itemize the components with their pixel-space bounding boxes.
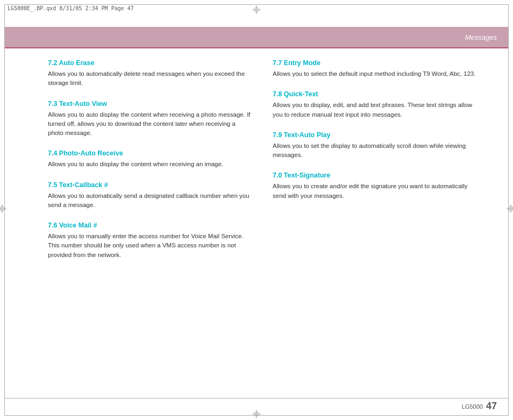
- section-title-7-2: 7.2 Auto Erase: [48, 59, 251, 67]
- footer-divider: [5, 398, 508, 398]
- left-column: 7.2 Auto EraseAllows you to automaticall…: [5, 54, 262, 396]
- header-title: Messages: [465, 27, 502, 47]
- section-7-2: 7.2 Auto EraseAllows you to automaticall…: [48, 59, 251, 88]
- section-7-5: 7.5 Text-Callback #Allows you to automat…: [48, 181, 251, 210]
- section-7-4: 7.4 Photo-Auto ReceiveAllows you to auto…: [48, 150, 251, 169]
- section-7-7: 7.7 Entry ModeAllows you to select the d…: [273, 59, 476, 79]
- section-title-7-4: 7.4 Photo-Auto Receive: [48, 150, 251, 157]
- header-bar: [5, 27, 508, 47]
- section-title-7-3: 7.3 Text-Auto View: [48, 100, 251, 108]
- section-title-7-9: 7.9 Text-Auto Play: [273, 131, 476, 139]
- section-body-7-0: Allows you to create and/or edit the sig…: [273, 182, 476, 201]
- section-body-7-6: Allows you to manually enter the access …: [48, 232, 251, 260]
- section-title-7-8: 7.8 Quick-Text: [273, 90, 476, 98]
- section-title-7-5: 7.5 Text-Callback #: [48, 181, 251, 189]
- section-7-8: 7.8 Quick-TextAllows you to display, edi…: [273, 90, 476, 119]
- main-content: 7.2 Auto EraseAllows you to automaticall…: [5, 54, 508, 396]
- section-body-7-4: Allows you to auto display the content w…: [48, 160, 251, 169]
- section-7-0: 7.0 Text-SignatureAllows you to create a…: [273, 172, 476, 201]
- print-header: LG5000E_.BP.qxd 8/31/05 2:34 PM Page 47: [8, 5, 134, 11]
- section-7-3: 7.3 Text-Auto ViewAllows you to auto dis…: [48, 100, 251, 138]
- crosshair-top-icon: [251, 4, 262, 15]
- section-title-7-6: 7.6 Voice Mail #: [48, 222, 251, 229]
- section-title-7-7: 7.7 Entry Mode: [273, 59, 476, 67]
- section-body-7-9: Allows you to set the display to automat…: [273, 141, 476, 160]
- footer-brand: LG5000: [462, 403, 483, 410]
- section-body-7-3: Allows you to auto display the content w…: [48, 110, 251, 138]
- section-body-7-8: Allows you to display, edit, and add tex…: [273, 101, 476, 119]
- section-body-7-7: Allows you to select the default input m…: [273, 69, 476, 79]
- section-7-6: 7.6 Voice Mail #Allows you to manually e…: [48, 222, 251, 260]
- section-7-9: 7.9 Text-Auto PlayAllows you to set the …: [273, 131, 476, 160]
- footer-page-number: 47: [486, 401, 497, 412]
- section-title-7-0: 7.0 Text-Signature: [273, 172, 476, 179]
- right-column: 7.7 Entry ModeAllows you to select the d…: [262, 54, 508, 396]
- section-body-7-5: Allows you to automatically send a desig…: [48, 191, 251, 210]
- header-divider: [5, 47, 508, 48]
- crosshair-bottom-icon: [252, 410, 261, 420]
- section-body-7-2: Allows you to automatically delete read …: [48, 69, 251, 88]
